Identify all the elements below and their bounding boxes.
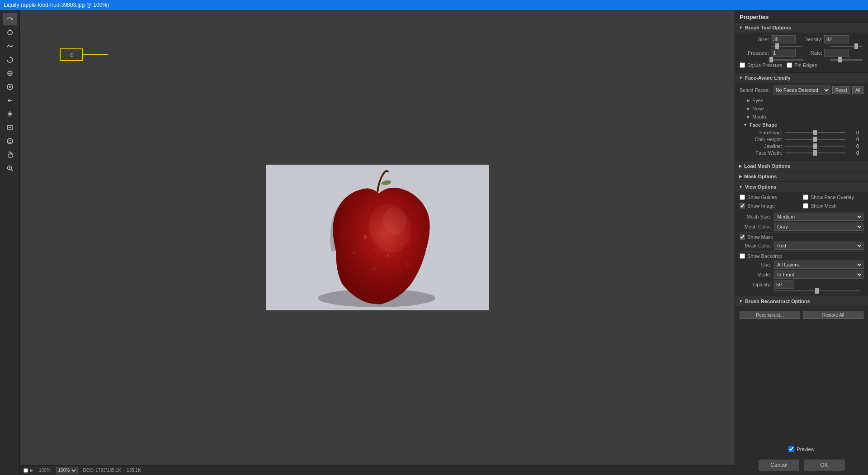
all-button[interactable]: All [852, 86, 863, 94]
eyes-item[interactable]: ▶ Eyes [740, 96, 863, 104]
forehead-slider[interactable] [785, 132, 845, 133]
use-select[interactable]: All Layers [774, 261, 863, 269]
freeze-mask-tool[interactable] [3, 108, 17, 120]
canvas-container[interactable]: ⊙ [20, 10, 735, 465]
brush-reconstruct-section-header[interactable]: ▼ Brush Reconstruct Options [735, 296, 868, 306]
density-slider-track[interactable] [830, 46, 863, 47]
show-mask-label: Show Mask [747, 234, 773, 240]
show-backdrop-checkbox[interactable] [740, 253, 745, 259]
nose-item[interactable]: ▶ Nose [740, 104, 863, 113]
opacity-input[interactable] [774, 280, 794, 289]
forehead-thumb[interactable] [813, 130, 817, 135]
pressure-input[interactable] [771, 49, 796, 57]
pressure-rate-row: Pressure: Rate: [740, 49, 863, 57]
svg-point-16 [401, 242, 402, 245]
show-face-overlay-checkbox[interactable] [803, 195, 808, 200]
opacity-slider-track[interactable] [774, 290, 860, 291]
rate-slider-track[interactable] [830, 59, 863, 61]
show-mesh-checkbox[interactable] [803, 203, 808, 209]
load-mesh-section-header[interactable]: ▶ Load Mesh Options [735, 161, 868, 171]
reset-button[interactable]: Reset [832, 86, 850, 94]
brush-tool-content: Size: Density: Pressure: Rate: [735, 33, 868, 72]
show-mask-checkbox[interactable] [740, 234, 745, 240]
preview-checkbox[interactable] [788, 446, 794, 452]
canvas-image[interactable] [266, 165, 489, 310]
size-density-row: Size: Density: [740, 35, 863, 43]
tool-tooltip: ⊙ [60, 48, 83, 61]
push-left-tool[interactable] [3, 94, 17, 107]
size-slider-row [740, 46, 863, 47]
ok-button[interactable]: OK [804, 460, 844, 470]
reconstruct-button[interactable]: Reconstruct... [740, 311, 800, 319]
jawline-thumb[interactable] [813, 143, 817, 149]
density-slider-thumb[interactable] [854, 43, 858, 49]
size-slider-track[interactable] [771, 46, 803, 47]
show-guides-checkbox[interactable] [740, 195, 745, 200]
size-label: Size: [740, 37, 769, 42]
rate-slider-thumb[interactable] [838, 57, 842, 62]
face-shape-header[interactable]: ▼ Face Shape [740, 121, 863, 129]
face-shape-label: Face Shape [750, 122, 777, 128]
mouth-item[interactable]: ▶ Mouth [740, 113, 863, 121]
chin-height-thumb[interactable] [813, 137, 817, 142]
svg-point-3 [9, 86, 11, 88]
view-options-section-header[interactable]: ▼ View Options [735, 181, 868, 192]
stylus-pressure-checkbox[interactable] [740, 62, 745, 68]
select-faces-dropdown[interactable]: No Faces Detected [774, 86, 830, 95]
select-faces-row: Select Faces: No Faces Detected Reset Al… [740, 86, 863, 95]
face-width-thumb[interactable] [813, 150, 817, 156]
eyes-label: Eyes [752, 98, 763, 103]
opacity-slider-row [774, 290, 863, 291]
mesh-size-select[interactable]: Medium [774, 213, 863, 221]
left-toolbar [0, 10, 20, 475]
mask-options-section-header[interactable]: ▶ Mask Options [735, 171, 868, 181]
jawline-row: Jawline: 0 [744, 143, 859, 149]
mask-color-select[interactable]: Red [774, 242, 863, 250]
pin-edges-checkbox[interactable] [787, 62, 792, 68]
density-input[interactable] [824, 35, 849, 43]
density-label: Density: [797, 37, 822, 42]
brush-reconstruct-arrow: ▼ [739, 299, 743, 304]
chin-height-row: Chin Height: 0 [744, 137, 859, 142]
bloat-tool[interactable] [3, 81, 17, 93]
cancel-button[interactable]: Cancel [759, 460, 799, 470]
restore-all-button[interactable]: Restore All [803, 311, 863, 319]
size-input[interactable] [771, 35, 796, 43]
brush-tool-section-header[interactable]: ▼ Brush Tool Options [735, 22, 868, 33]
thaw-mask-tool[interactable] [3, 121, 17, 134]
view-checkboxes: Show Guides Show Face Overlay Show Image… [740, 195, 863, 210]
pucker-tool[interactable] [3, 67, 17, 80]
show-image-checkbox[interactable] [740, 203, 745, 209]
size-slider-thumb[interactable] [775, 43, 779, 49]
rate-input[interactable] [824, 49, 849, 57]
hand-tool[interactable] [3, 148, 17, 161]
face-width-slider[interactable] [785, 152, 845, 153]
show-backdrop-label: Show Backdrop [747, 253, 782, 259]
forward-warp-tool[interactable] [3, 13, 17, 25]
pressure-slider-track[interactable] [771, 59, 803, 61]
zoom-select[interactable]: 100% [56, 467, 78, 474]
reconstruct-tool[interactable] [3, 26, 17, 39]
status-checkbox[interactable] [24, 468, 28, 473]
mouth-arrow: ▶ [747, 114, 750, 119]
show-image-label: Show Image [747, 203, 775, 209]
pin-edges-label: Pin Edges [794, 62, 817, 68]
show-guides-label: Show Guides [747, 195, 777, 200]
face-tool[interactable] [3, 135, 17, 147]
opacity-slider-thumb[interactable] [815, 288, 819, 294]
show-face-overlay-row: Show Face Overlay [803, 195, 863, 200]
twirl-cw-tool[interactable] [3, 53, 17, 66]
svg-point-20 [380, 233, 382, 236]
show-backdrop-row: Show Backdrop [740, 253, 863, 259]
face-aware-section-header[interactable]: ▼ Face-Aware Liquify [735, 72, 868, 83]
chin-height-slider[interactable] [785, 139, 845, 140]
zoom-tool[interactable] [3, 162, 17, 175]
jawline-label: Jawline: [744, 143, 785, 149]
smooth-tool[interactable] [3, 40, 17, 52]
jawline-slider[interactable] [785, 146, 845, 147]
mesh-color-select[interactable]: Gray [774, 223, 863, 231]
view-options-content: Show Guides Show Face Overlay Show Image… [735, 192, 868, 296]
mode-select[interactable]: In Front [774, 271, 863, 279]
pressure-slider-thumb[interactable] [769, 57, 773, 62]
preview-row: Preview [740, 443, 863, 452]
